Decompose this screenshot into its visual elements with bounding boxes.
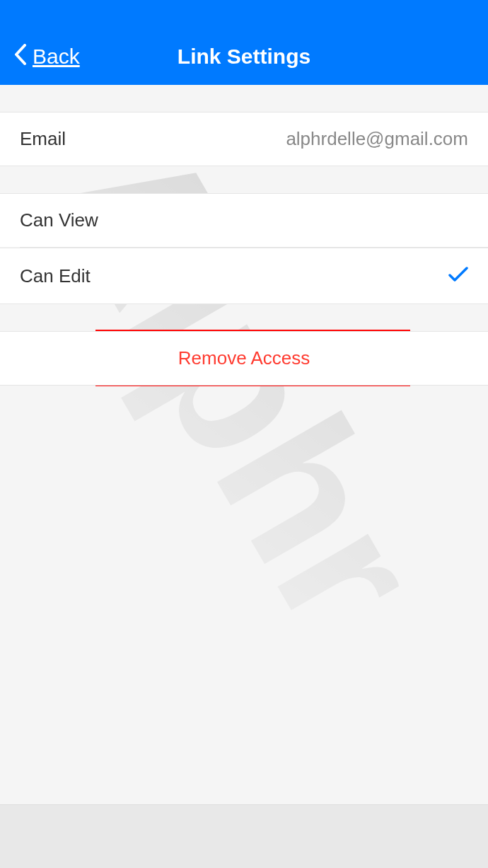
header-bar: Back Link Settings — [0, 0, 488, 85]
email-label: Email — [20, 128, 66, 150]
can-edit-label: Can Edit — [20, 265, 91, 287]
can-edit-row[interactable]: Can Edit — [0, 248, 488, 304]
page-title: Link Settings — [178, 45, 310, 69]
can-view-row[interactable]: Can View — [0, 193, 488, 247]
email-value: alphrdelle@gmail.com — [286, 128, 468, 150]
remove-access-label: Remove Access — [178, 347, 310, 369]
back-label: Back — [33, 45, 80, 69]
bottom-bar — [0, 804, 488, 868]
email-row: Email alphrdelle@gmail.com — [0, 112, 488, 166]
remove-access-button[interactable]: Remove Access — [0, 331, 488, 386]
can-view-label: Can View — [20, 209, 98, 231]
back-button[interactable]: Back — [14, 44, 80, 70]
chevron-left-icon — [14, 44, 27, 70]
checkmark-icon — [448, 264, 468, 288]
